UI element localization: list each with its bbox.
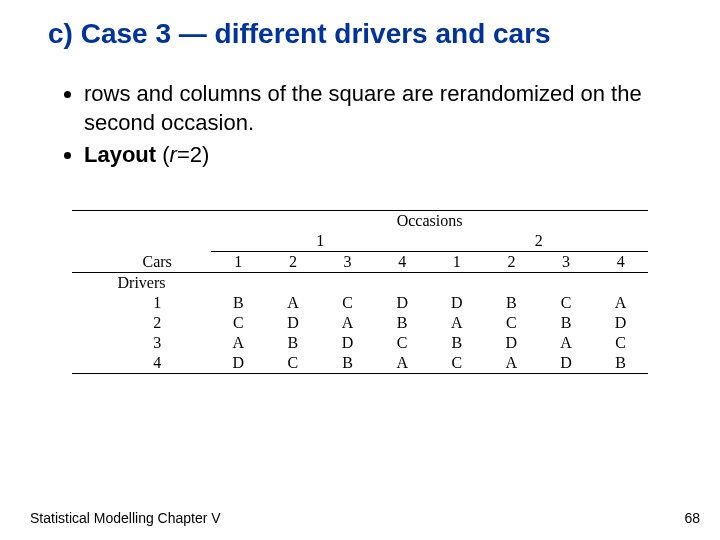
occasion-1: 1 <box>211 231 429 252</box>
car-col: 4 <box>593 252 648 273</box>
table-row: 3 A B D C B D A C <box>72 333 648 353</box>
slide-title: c) Case 3 — different drivers and cars <box>48 18 700 50</box>
driver-id: 3 <box>103 333 211 353</box>
occasions-header: Occasions <box>211 211 648 232</box>
car-col: 2 <box>266 252 321 273</box>
table-row: 2 C D A B A C B D <box>72 313 648 333</box>
layout-var: r <box>170 142 177 167</box>
table-row: 1 B A C D D B C A <box>72 293 648 313</box>
driver-id: 1 <box>103 293 211 313</box>
layout-table: Occasions 1 2 Cars 1 2 3 4 1 2 3 4 Drive… <box>72 210 648 374</box>
car-col: 4 <box>375 252 430 273</box>
layout-word: Layout <box>84 142 156 167</box>
layout-paren-open: ( <box>156 142 169 167</box>
car-col: 1 <box>429 252 484 273</box>
driver-id: 4 <box>103 353 211 374</box>
car-col: 3 <box>539 252 594 273</box>
occasion-2: 2 <box>429 231 648 252</box>
cars-label: Cars <box>103 252 211 273</box>
footer-left: Statistical Modelling Chapter V <box>30 510 221 526</box>
layout-eq: =2) <box>177 142 209 167</box>
drivers-label: Drivers <box>72 273 211 294</box>
bullet-list: rows and columns of the square are reran… <box>60 80 680 174</box>
bullet-item-1: rows and columns of the square are reran… <box>84 80 680 137</box>
car-col: 3 <box>320 252 375 273</box>
driver-id: 2 <box>103 313 211 333</box>
car-col: 1 <box>211 252 266 273</box>
car-col: 2 <box>484 252 539 273</box>
table-row: 4 D C B A C A D B <box>72 353 648 374</box>
bullet-item-2: Layout (r=2) <box>84 141 680 170</box>
page-number: 68 <box>684 510 700 526</box>
